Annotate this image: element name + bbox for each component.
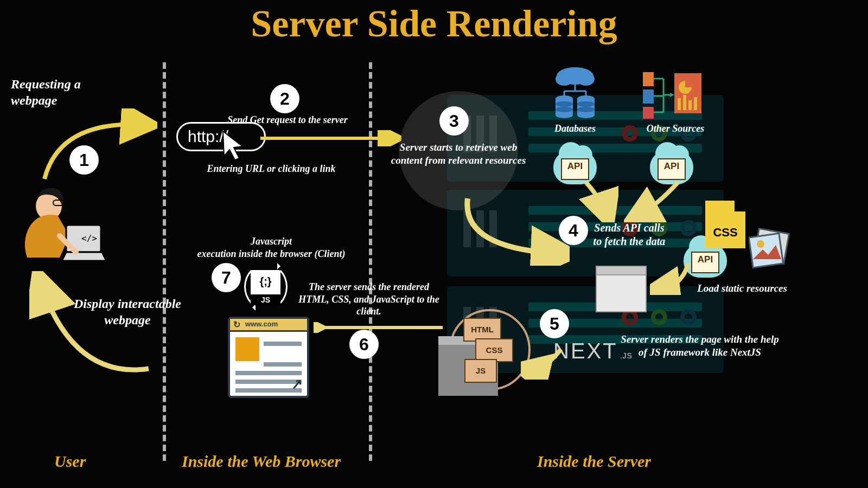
svg-rect-39 [749,233,783,267]
browser-address: www.com [245,320,278,328]
column-label-server: Inside the Server [537,452,651,471]
svg-rect-35 [683,95,686,110]
svg-point-21 [577,101,595,107]
svg-point-18 [577,112,595,118]
cursor-icon [220,130,246,160]
step-5-badge: 5 [540,309,569,338]
svg-rect-36 [688,100,692,110]
column-divider-2 [369,62,372,461]
js-chip: JS [464,359,497,383]
step-7-badge: 7 [212,263,241,292]
database-cloud-icon [548,65,602,125]
svg-point-15 [556,112,573,118]
column-label-user: User [54,452,86,471]
svg-rect-37 [694,97,697,110]
svg-rect-25 [643,107,654,119]
diagram-canvas: Server Side Rendering User Inside the We… [0,0,868,488]
step-6-badge: 6 [349,330,379,359]
arrow-api1-down [575,179,618,222]
svg-point-19 [556,101,573,107]
svg-rect-24 [643,89,654,104]
svg-point-8 [577,73,595,86]
svg-text:</>: </> [81,233,97,243]
step-3-label: Server starts to retrieve web content fr… [391,141,526,167]
arrow-step3-to-step4 [456,195,570,266]
svg-rect-34 [678,98,681,110]
column-divider-1 [163,62,166,461]
user-at-laptop-icon: </> [5,182,108,274]
step-display-label: Display interactable webpage [65,296,190,328]
step-2-bottom-label: Entering URL or clicking a link [190,163,353,175]
svg-point-20 [556,107,573,112]
arrow-user-to-browser [38,108,157,190]
arrow-api2-down [624,179,684,222]
css-file-icon: CSS [705,201,745,248]
other-sources-label: Other Sources [637,123,713,135]
databases-label: Databases [542,123,608,135]
arrow-static-down [650,260,693,295]
step-4-label: Sends API calls to fetch the data [591,221,667,248]
browser-window-icon: www.com ↖ [228,317,309,398]
arrow-request-to-server [260,130,401,146]
arrow-browser-to-user [29,271,154,385]
column-label-browser: Inside the Web Browser [182,452,341,471]
diagram-title: Server Side Rendering [0,2,868,46]
svg-rect-23 [643,72,654,86]
image-asset-icon [749,228,792,271]
step-1-badge: 1 [69,145,99,175]
arrow-step5-to-output [521,347,564,380]
other-sources-icon [643,68,703,119]
step-3-badge: 3 [439,106,469,136]
arrow-server-to-client [314,322,444,333]
file-window-icon [596,266,647,312]
svg-marker-31 [670,93,674,97]
step-1-label: Requesting a webpage [11,76,108,108]
step-5-label: Server renders the page with the help of… [616,333,784,359]
step-7-label: Javascript execution inside the browser … [190,235,353,260]
step-6-label: The server sends the rendered HTML, CSS,… [296,281,442,318]
svg-point-7 [556,73,573,86]
svg-point-40 [757,240,764,248]
js-file-icon: JS [251,270,280,305]
load-static-label: Load static resources [688,282,796,295]
step-2-badge: 2 [270,84,299,113]
svg-point-22 [577,107,595,112]
